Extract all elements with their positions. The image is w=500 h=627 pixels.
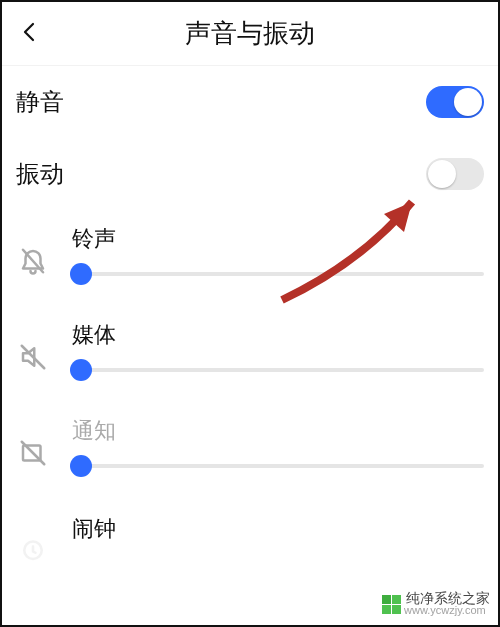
ringtone-slider[interactable] bbox=[72, 272, 484, 276]
back-button[interactable] bbox=[10, 2, 50, 66]
slider-notification: 通知 bbox=[2, 402, 498, 498]
vibrate-label: 振动 bbox=[16, 158, 64, 190]
toggle-knob bbox=[428, 160, 456, 188]
slider-thumb bbox=[70, 359, 92, 381]
alarm-icon bbox=[16, 532, 50, 566]
watermark-url: www.ycwzjy.com bbox=[404, 605, 490, 617]
notification-off-icon bbox=[16, 436, 50, 470]
slider-alarm: 闹钟 bbox=[2, 498, 498, 566]
header: 声音与振动 bbox=[2, 2, 498, 66]
slider-ringtone: 铃声 bbox=[2, 210, 498, 306]
ringtone-label: 铃声 bbox=[72, 224, 484, 254]
page-title: 声音与振动 bbox=[2, 16, 498, 51]
notification-label: 通知 bbox=[72, 416, 484, 446]
media-label: 媒体 bbox=[72, 320, 484, 350]
silent-label: 静音 bbox=[16, 86, 64, 118]
row-silent: 静音 bbox=[2, 66, 498, 138]
toggle-knob bbox=[454, 88, 482, 116]
watermark-text: 纯净系统之家 bbox=[406, 591, 490, 606]
chevron-left-icon bbox=[18, 20, 42, 48]
alarm-label: 闹钟 bbox=[72, 514, 484, 544]
row-vibrate: 振动 bbox=[2, 138, 498, 210]
slider-thumb bbox=[70, 455, 92, 477]
volume-mute-icon bbox=[16, 340, 50, 374]
slider-thumb bbox=[70, 263, 92, 285]
watermark-logo-icon bbox=[382, 595, 400, 613]
slider-media: 媒体 bbox=[2, 306, 498, 402]
notification-slider[interactable] bbox=[72, 464, 484, 468]
media-slider[interactable] bbox=[72, 368, 484, 372]
silent-toggle[interactable] bbox=[426, 86, 484, 118]
bell-off-icon bbox=[16, 244, 50, 278]
settings-screen: 声音与振动 静音 振动 铃声 bbox=[0, 0, 500, 627]
watermark: 纯净系统之家 www.ycwzjy.com bbox=[382, 591, 490, 617]
vibrate-toggle[interactable] bbox=[426, 158, 484, 190]
